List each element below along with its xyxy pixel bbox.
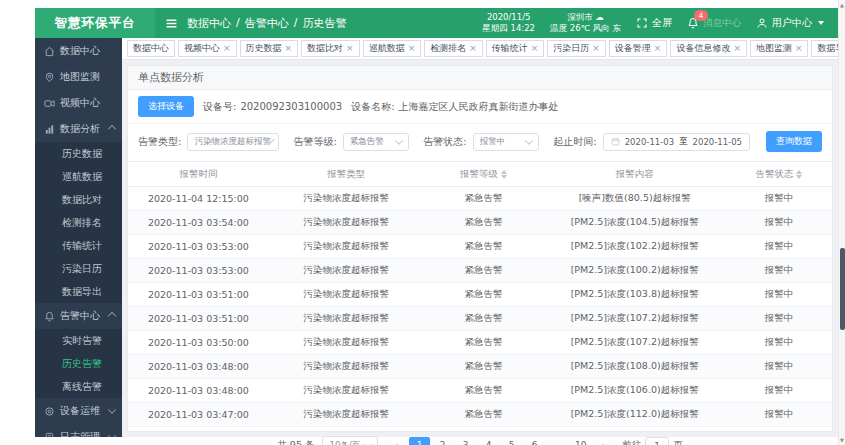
table-cell: 2020-11-03 03:50:00 — [128, 331, 269, 355]
close-icon[interactable]: × — [733, 44, 741, 53]
message-center-button[interactable]: 4 消息中心 — [687, 17, 741, 30]
hamburger-icon[interactable] — [165, 17, 178, 30]
sort-icon[interactable] — [796, 170, 802, 179]
table-row[interactable]: 2020-11-03 03:48:00污染物浓度超标报警紧急告警[PM2.5]浓… — [128, 379, 832, 403]
tab-污染日历[interactable]: 污染日历× — [547, 40, 606, 57]
table-row[interactable]: 2020-11-03 03:53:00污染物浓度超标报警紧急告警[PM2.5]浓… — [128, 235, 832, 259]
breadcrumb-separator: / — [236, 16, 240, 31]
sidebar-subitem-数据比对[interactable]: 数据比对 — [35, 188, 122, 211]
close-icon[interactable]: × — [592, 44, 600, 53]
table-row[interactable]: 2020-11-03 03:50:00污染物浓度超标报警紧急告警[PM2.5]浓… — [128, 331, 832, 355]
fullscreen-button[interactable]: 全屏 — [636, 16, 672, 30]
scroll-down-icon[interactable]: ▼ — [839, 436, 845, 444]
sidebar-item-视频中心[interactable]: 视频中心 — [35, 90, 122, 116]
table-row[interactable]: 2020-11-03 03:53:00污染物浓度超标报警紧急告警[PM2.5]浓… — [128, 259, 832, 283]
table-row[interactable]: 2020-11-03 03:54:00污染物浓度超标报警紧急告警[PM2.5]浓… — [128, 211, 832, 235]
breadcrumb-item[interactable]: 历史告警 — [302, 16, 346, 31]
scroll-up-icon[interactable]: ▲ — [839, 1, 845, 9]
sidebar-subitem-检测排名[interactable]: 检测排名 — [35, 211, 122, 234]
breadcrumb-item[interactable]: 数据中心 — [187, 16, 231, 31]
select-device-button[interactable]: 选择设备 — [138, 96, 194, 117]
tab-数据中心[interactable]: 数据中心 — [127, 40, 175, 57]
page-button-1[interactable]: 1 — [409, 437, 430, 445]
page-button-5[interactable]: 5 — [501, 437, 522, 445]
table-cell: 紧急告警 — [423, 307, 543, 331]
table-cell: 紧急告警 — [423, 283, 543, 307]
table-cell: [PM2.5]浓度(104.5)超标报警 — [543, 211, 725, 235]
sidebar-subitem-传输统计[interactable]: 传输统计 — [35, 234, 122, 257]
topbar-right: 2020/11/5 星期四 14:22 深圳市 ☁ 温度 26℃ 风向 东 全屏… — [482, 12, 838, 34]
table-row[interactable]: 2020-11-03 03:47:00污染物浓度超标报警紧急告警[PM2.5]浓… — [128, 403, 832, 427]
date-range-picker[interactable]: 2020-11-03 至 2020-11-05 — [603, 133, 750, 151]
table-row[interactable]: 2020-11-04 12:15:00污染物浓度超标报警紧急告警[噪声]数值(8… — [128, 187, 832, 211]
browser-scrollbar[interactable]: ▲ ▼ — [838, 0, 845, 445]
page-button-6[interactable]: 6 — [524, 437, 545, 445]
tab-传输统计[interactable]: 传输统计× — [486, 40, 545, 57]
tab-设备信息修改[interactable]: 设备信息修改× — [670, 40, 747, 57]
query-data-button[interactable]: 查询数据 — [766, 131, 822, 152]
tab-视频中心[interactable]: 视频中心× — [178, 40, 237, 57]
close-icon[interactable]: × — [531, 44, 539, 53]
goto-page-input[interactable] — [645, 437, 669, 445]
tab-数据比对[interactable]: 数据比对× — [301, 40, 360, 57]
table-row[interactable]: 2020-11-03 03:51:00污染物浓度超标报警紧急告警[PM2.5]浓… — [128, 307, 832, 331]
close-icon[interactable]: × — [346, 44, 354, 53]
sidebar-subitem-污染日历[interactable]: 污染日历 — [35, 257, 122, 280]
page-button-4[interactable]: 4 — [478, 437, 499, 445]
tab-检测排名[interactable]: 检测排名× — [424, 40, 483, 57]
table-row[interactable]: 2020-11-03 03:48:00污染物浓度超标报警紧急告警[PM2.5]浓… — [128, 355, 832, 379]
alarm-table-wrap: 报警时间报警类型报警等级报警内容告警状态 2020-11-04 12:15:00… — [128, 161, 832, 427]
user-center-button[interactable]: 用户中心 — [756, 16, 824, 30]
tab-数据导出[interactable]: 数据导出× — [811, 40, 838, 57]
table-cell: 污染物浓度超标报警 — [269, 331, 424, 355]
sidebar-subitem-数据导出[interactable]: 数据导出 — [35, 280, 122, 303]
tab-巡航数据[interactable]: 巡航数据× — [363, 40, 422, 57]
close-icon[interactable]: × — [408, 44, 416, 53]
column-header-报警等级[interactable]: 报警等级 — [423, 162, 543, 187]
table-cell: 2020-11-03 03:53:00 — [128, 259, 269, 283]
next-page-button[interactable]: › — [593, 437, 614, 445]
sidebar-subitem-离线告警[interactable]: 离线告警 — [35, 375, 122, 398]
table-cell: 2020-11-04 12:15:00 — [128, 187, 269, 211]
table-cell: [PM2.5]浓度(102.2)超标报警 — [543, 235, 725, 259]
page-size-select[interactable]: 10条/页 — [322, 436, 378, 445]
prev-page-button[interactable]: ‹ — [386, 437, 407, 445]
table-row[interactable]: 2020-11-03 03:51:00污染物浓度超标报警紧急告警[PM2.5]浓… — [128, 283, 832, 307]
breadcrumb-item[interactable]: 告警中心 — [245, 16, 289, 31]
table-cell: 紧急告警 — [423, 379, 543, 403]
tab-设备管理[interactable]: 设备管理× — [609, 40, 668, 57]
sidebar-subitem-历史告警[interactable]: 历史告警 — [35, 352, 122, 375]
sort-icon[interactable] — [501, 170, 507, 179]
column-header-告警状态[interactable]: 告警状态 — [726, 162, 832, 187]
alarm-status-select[interactable]: 报警中 — [473, 133, 540, 151]
close-icon[interactable]: × — [795, 44, 803, 53]
page-button-10[interactable]: 10 — [570, 437, 591, 445]
alarm-level-select[interactable]: 紧急告警 — [343, 133, 410, 151]
page-button-3[interactable]: 3 — [455, 437, 476, 445]
page-button-2[interactable]: 2 — [432, 437, 453, 445]
more-pages-button[interactable]: ... — [547, 437, 568, 445]
sidebar-subitem-历史数据[interactable]: 历史数据 — [35, 142, 122, 165]
table-cell: 报警中 — [726, 307, 832, 331]
close-icon[interactable]: × — [285, 44, 293, 53]
sidebar-item-日志管理[interactable]: 日志管理 — [35, 424, 122, 437]
table-cell: 紧急告警 — [423, 235, 543, 259]
scrollbar-thumb[interactable] — [840, 248, 845, 330]
sidebar-subitem-实时告警[interactable]: 实时告警 — [35, 329, 122, 352]
sidebar-item-设备运维[interactable]: 设备运维 — [35, 398, 122, 424]
close-icon[interactable]: × — [223, 44, 231, 53]
alarm-table: 报警时间报警类型报警等级报警内容告警状态 2020-11-04 12:15:00… — [128, 161, 832, 427]
tab-地图监测[interactable]: 地图监测× — [750, 40, 809, 57]
alarm-type-select[interactable]: 污染物浓度超标报警 — [187, 133, 279, 151]
sidebar-item-数据中心[interactable]: 数据中心 — [35, 38, 122, 64]
sidebar-item-地图监测[interactable]: 地图监测 — [35, 64, 122, 90]
tab-历史数据[interactable]: 历史数据× — [240, 40, 299, 57]
pagination: 共 95 条 10条/页 ‹123456...10› 前往 页 — [128, 427, 832, 445]
sidebar-item-数据分析[interactable]: 数据分析 — [35, 116, 122, 142]
close-icon[interactable]: × — [469, 44, 477, 53]
sidebar-item-告警中心[interactable]: 告警中心 — [35, 303, 122, 329]
fullscreen-icon — [636, 17, 648, 29]
sidebar-subitem-巡航数据[interactable]: 巡航数据 — [35, 165, 122, 188]
table-cell: 污染物浓度超标报警 — [269, 403, 424, 427]
close-icon[interactable]: × — [654, 44, 662, 53]
